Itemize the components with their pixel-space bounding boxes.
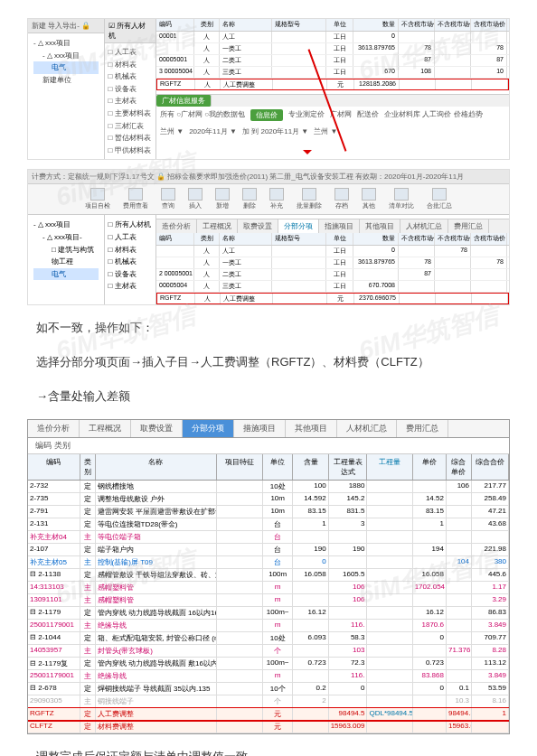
- category-item[interactable]: □ 主要材料表: [108, 107, 152, 120]
- mid-header[interactable]: ☑ 所有人材机: [105, 19, 155, 43]
- category-item[interactable]: □ 材料表: [108, 244, 152, 257]
- table-row[interactable]: ⊟ 2-1138定感帽管敷设 干铁导组法穿敷设、砖、混基土挂帐设打孔位 (孔尺寸…: [28, 569, 509, 582]
- filter-bar[interactable]: 所有 ○广材网 ○我的数据包 信息价 专业测定价 广材网 配送价 企业材料库 人…: [156, 107, 509, 124]
- category-item[interactable]: □ 机械表: [108, 70, 152, 83]
- table-row[interactable]: 14053957主封管头(带玄球板)个10371.3768.28: [28, 645, 509, 658]
- tab[interactable]: 其他项目: [286, 420, 337, 437]
- grid-tabs[interactable]: 造价分析工程概况取费设置分部分项指施项目其他项目人材机汇总费用汇总: [156, 219, 509, 233]
- grid-body[interactable]: 人人工工日078人一类工工日3613.87976578782 00005001人…: [156, 246, 509, 304]
- table-row[interactable]: 2-107定端子箱户内台190190194221.98: [28, 544, 509, 556]
- table-row[interactable]: 人人工工日078: [156, 246, 509, 257]
- ribbon-toolbar[interactable]: 项目自检费用查看查询插入新增删除补充批量删除存档其他清单对比合批汇总: [28, 184, 509, 215]
- ribbon-btn[interactable]: 新增: [211, 188, 234, 210]
- ribbon-btn[interactable]: 其他: [357, 188, 381, 210]
- table-row[interactable]: 14:313103主感帽塑料管m1061702.0541.17: [28, 582, 509, 594]
- ribbon-btn[interactable]: 补充: [265, 188, 288, 210]
- category-item[interactable]: □ 设备表: [108, 83, 152, 96]
- category-item[interactable]: □ 机械表: [108, 256, 152, 268]
- ribbon-btn[interactable]: 项目自检: [80, 188, 115, 210]
- tree-item[interactable]: □ 建筑与构筑物工程: [33, 244, 99, 268]
- tree-item[interactable]: - △ xxx项目: [33, 219, 99, 231]
- lower-tabs[interactable]: 广材信息服务: [156, 94, 509, 107]
- tab[interactable]: 取费设置: [131, 420, 183, 437]
- date-select[interactable]: 2020年11月 ▼: [189, 126, 237, 136]
- tree-item[interactable]: 新建单位: [33, 74, 99, 87]
- category-item[interactable]: □ 人工表: [108, 231, 152, 244]
- table-row[interactable]: 2 00005001人二类工工日87: [156, 269, 509, 281]
- project-tree[interactable]: - △ xxx项目- △ xxx项目-□ 建筑与构筑物工程电气: [28, 215, 105, 304]
- category-list[interactable]: □ 所有人材机□ 人工表□ 材料表□ 机械表□ 设备表□ 主材表: [105, 215, 156, 304]
- ribbon-btn[interactable]: 批量删除: [292, 188, 326, 210]
- ribbon-btn[interactable]: 插入: [184, 188, 207, 210]
- tab[interactable]: 指施项目: [319, 219, 360, 233]
- filter-opt[interactable]: 广材网: [330, 109, 352, 121]
- category-item[interactable]: □ 三材汇表: [108, 120, 152, 133]
- tab[interactable]: 工程概况: [197, 219, 238, 233]
- table-row[interactable]: 13091101主感帽塑料管m1063.29: [28, 594, 509, 607]
- tree-item[interactable]: - △ xxx项目-: [33, 231, 99, 244]
- table-row[interactable]: 补充主材04主等电位端子箱台: [28, 531, 509, 544]
- category-item[interactable]: □ 主材表: [108, 280, 152, 293]
- table-row[interactable]: 补充主材05主控制(基输)屏 T09台0104380: [28, 556, 509, 569]
- table-row[interactable]: RGFTZ定人工费调整元98494.5QDL*98494.598494.51: [28, 708, 509, 721]
- table-row[interactable]: CLFTZ定材料费调整元15963.00915963.009: [28, 721, 509, 733]
- toolbar[interactable]: 新建 导入导出- 🔒: [28, 19, 104, 33]
- grid-body[interactable]: 00001人人工工日0人一类工工日3613.879765787800005001…: [156, 32, 509, 90]
- ribbon-btn[interactable]: 合批汇总: [422, 188, 457, 210]
- table-body[interactable]: 2-732定钢线槽接地10处1001880106217.772-735定调整地母…: [28, 481, 509, 733]
- tab[interactable]: 费用汇总: [448, 219, 489, 233]
- tree-item[interactable]: - △ xxx项目: [33, 50, 99, 62]
- table-tabs[interactable]: 造价分析工程概况取费设置分部分项措施项目其他项目人材机汇总费用汇总: [28, 420, 509, 438]
- table-row[interactable]: 29090305主铜接线端子个210.38.16: [28, 695, 509, 708]
- category-list[interactable]: □ 人工表□ 材料表□ 机械表□ 设备表□ 主材表□ 主要材料表□ 三材汇表□ …: [105, 43, 155, 159]
- tree-item[interactable]: 电气: [33, 268, 99, 281]
- ribbon-btn[interactable]: 费用查看: [118, 188, 153, 210]
- category-item[interactable]: □ 暂估材料表: [108, 132, 152, 145]
- table-row[interactable]: 3 00005004人三类工工日67010810: [156, 67, 509, 79]
- category-item[interactable]: □ 甲供材料表: [108, 145, 152, 157]
- tab[interactable]: 工程概况: [80, 420, 131, 437]
- filter-opt[interactable]: 企业材料库 人工询价 价格趋势: [384, 109, 482, 121]
- filter-opt[interactable]: 所有 ○广材网 ○我的数据包: [160, 109, 245, 121]
- tab[interactable]: 分部分项: [278, 219, 319, 233]
- table-row[interactable]: ⊟ 2-1044定箱、柜式配电箱安装, 封管公称口径 (mm以内)10010处6…: [28, 632, 509, 645]
- tab[interactable]: 分部分项: [183, 420, 234, 437]
- region-select[interactable]: 兰州 ▼: [160, 126, 184, 136]
- category-item[interactable]: □ 所有人材机: [108, 219, 152, 231]
- region-select2[interactable]: 兰州 ▼: [314, 126, 337, 136]
- table-row[interactable]: 2-732定钢线槽接地10处1001880106217.77: [28, 481, 509, 493]
- tab[interactable]: 人材机汇总: [400, 219, 448, 233]
- tab[interactable]: 造价分析: [156, 219, 197, 233]
- tab[interactable]: 人材机汇总: [337, 420, 397, 437]
- table-row[interactable]: 00001人人工工日0: [156, 32, 509, 43]
- table-row[interactable]: ⊟ 2-1179定管内穿线 动力线路导线截面 16以内16100m~16.121…: [28, 607, 509, 620]
- table-row[interactable]: 25001179001主绝缘导线m116.83.8683.849: [28, 670, 509, 683]
- tree-item[interactable]: 电气: [33, 61, 99, 74]
- table-row[interactable]: 2-791定避雷网安装 平屋面避雷带敷设在扩部设10m83.15831.583.…: [28, 506, 509, 518]
- tab-gcinfo[interactable]: 广材信息服务: [156, 95, 212, 107]
- table-row[interactable]: ⊟ 2-678定焊铜接线端子 导线截面 35以内.13510个0.2000.15…: [28, 683, 509, 695]
- category-item[interactable]: □ 主材表: [108, 95, 152, 107]
- info-price-btn[interactable]: 信息价: [250, 109, 283, 121]
- table-row[interactable]: 2-735定调整地母线敷设 户外10m14.592145.214.52258.4…: [28, 493, 509, 506]
- category-item[interactable]: □ 材料表: [108, 59, 152, 71]
- ribbon-btn[interactable]: 清单对比: [384, 188, 419, 210]
- tab[interactable]: 措施项目: [234, 420, 286, 437]
- tree-item[interactable]: - △ xxx项目: [33, 37, 99, 50]
- ribbon-btn[interactable]: 查询: [156, 188, 180, 210]
- table-row[interactable]: RGFTZ人人工费调整元2370.696075: [156, 293, 509, 304]
- tab[interactable]: 取费设置: [238, 219, 278, 233]
- table-row[interactable]: 2-131定等电位连接箱TD28(带金)台13143.68: [28, 518, 509, 531]
- ribbon-btn[interactable]: 存档: [330, 188, 353, 210]
- table-row[interactable]: 25001179001主绝缘导线m116.1870.63.849: [28, 620, 509, 632]
- filter-opt[interactable]: 专业测定价: [288, 109, 325, 121]
- table-row[interactable]: RGFTZ人人工费调整元128185.2086: [156, 79, 509, 90]
- tab[interactable]: 其他项目: [360, 219, 400, 233]
- table-row[interactable]: 00005004人三类工工日670.7008: [156, 281, 509, 293]
- tab[interactable]: 造价分析: [28, 420, 80, 437]
- region-filter[interactable]: 兰州 ▼ 2020年11月 ▼ 加 到 2020年11月 ▼ 兰州 ▼: [156, 124, 509, 139]
- ribbon-btn[interactable]: 删除: [238, 188, 261, 210]
- category-item[interactable]: □ 设备表: [108, 268, 152, 281]
- project-tree[interactable]: - △ xxx项目- △ xxx项目电气新建单位: [28, 33, 104, 89]
- table-row[interactable]: 00005001人二类工工日8787: [156, 55, 509, 67]
